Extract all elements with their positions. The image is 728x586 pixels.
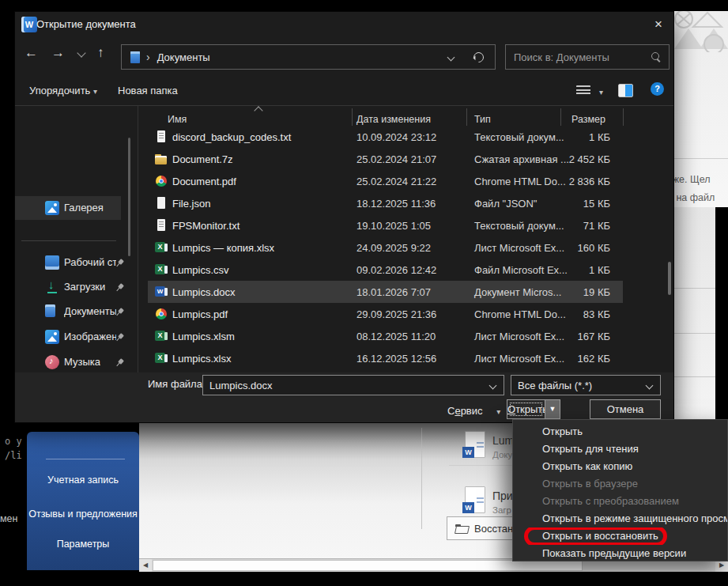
backstage-sidebar: Учетная запись Отзывы и предложения Пара… (27, 432, 139, 570)
forward-icon[interactable]: → (51, 45, 65, 61)
file-row[interactable]: Lumpics.csv 09.02.2026 12:42 Файл Micros… (148, 259, 623, 281)
close-icon[interactable]: × (648, 15, 669, 34)
file-size: 167 КБ (547, 331, 610, 342)
column-header-type[interactable]: Тип (474, 114, 491, 125)
backstage-text-fragment: зже. Щел (673, 174, 711, 185)
recent-doc-title[interactable]: Lum (492, 434, 514, 447)
filetype-select[interactable]: Все файлы (*.*) (511, 375, 661, 395)
open-button[interactable]: Открыть (507, 400, 545, 418)
column-header-size[interactable]: Размер (571, 114, 605, 125)
list-scrollbar-thumb[interactable] (668, 262, 671, 295)
file-row[interactable]: Lumpics.pdf 29.09.2025 21:36 Chrome HTML… (148, 303, 623, 325)
column-header-name[interactable]: Имя (168, 114, 187, 125)
file-row[interactable]: FPSMonitor.txt 19.10.2025 1:05 Текстовый… (148, 214, 623, 236)
menu-item[interactable]: Открыть в браузере (513, 475, 727, 493)
open-dropdown-button[interactable]: ▼ (545, 400, 560, 418)
sidebar-item-label: Музыка (64, 356, 100, 368)
history-chevron-icon[interactable] (77, 48, 85, 57)
word-document-icon: W (462, 486, 486, 515)
file-type-icon (155, 219, 168, 232)
file-size: 1 КБ (547, 131, 610, 143)
file-type: Файл "JSON" (474, 198, 537, 210)
backstage-text-fragment: и на файл (673, 192, 715, 203)
backstage-right-panel-bottom (673, 207, 715, 422)
file-name: Lumpics.xlsm (172, 331, 235, 342)
sidebar-item[interactable]: Музыка (15, 351, 134, 372)
file-type-icon (155, 352, 168, 365)
file-row[interactable]: Document.7z 25.02.2024 21:07 Сжатая архи… (148, 148, 623, 170)
search-input[interactable]: Поиск в: Документы (505, 44, 670, 70)
pin-icon (114, 357, 126, 369)
view-caret-icon[interactable]: ▾ (599, 88, 603, 96)
sidebar-item-label: Рабочий сто (64, 256, 116, 268)
menu-item[interactable]: Открыть для чтения (513, 440, 727, 458)
file-row[interactable]: Lumpics.docx 18.01.2026 7:07 Документ Mi… (148, 281, 623, 303)
search-icon[interactable] (651, 52, 659, 60)
sidebar-scrollbar[interactable] (128, 138, 130, 256)
filename-input[interactable]: Lumpics.docx (202, 375, 504, 395)
file-name: Document.pdf (172, 176, 236, 187)
refresh-icon[interactable] (471, 50, 485, 64)
new-folder-button[interactable]: Новая папка (118, 85, 178, 96)
dialog-title: Открытие документа (36, 18, 136, 30)
file-row[interactable]: Document.pdf 25.02.2024 21:22 Chrome HTM… (148, 170, 623, 192)
tools-menu-button[interactable]: Сервис ▾ (447, 405, 500, 417)
preview-pane-icon[interactable] (618, 84, 633, 97)
menu-item[interactable]: Открыть как копию (513, 458, 727, 475)
sort-ascending-icon[interactable] (254, 106, 262, 115)
pin-icon (114, 282, 126, 293)
column-header-date[interactable]: Дата изменения (356, 114, 431, 125)
file-row[interactable]: Lumpics.xlsx 16.12.2025 12:56 Лист Micro… (148, 347, 623, 369)
background-text-fragment: /li (5, 450, 22, 461)
file-type-icon (155, 308, 168, 320)
menu-item-label: Открыть как копию (542, 460, 632, 472)
sidebar-item[interactable]: Изображени (15, 326, 134, 348)
chevron-down-icon[interactable] (646, 382, 654, 390)
up-icon[interactable]: ↑ (97, 45, 104, 61)
caret-down-icon: ▾ (496, 407, 500, 416)
sidebar-item-icon (45, 304, 55, 317)
file-date-modified: 16.12.2025 12:56 (356, 353, 436, 365)
menu-item[interactable]: Открыть в режиме защищенного просм (513, 510, 727, 527)
file-name: Lumpics.xlsx (172, 353, 231, 365)
sidebar-item[interactable]: Документы (15, 301, 134, 323)
breadcrumb[interactable]: Документы (157, 51, 210, 63)
recent-doc-title[interactable]: При (492, 490, 513, 502)
file-name: File.json (172, 198, 210, 210)
menu-item-label: Открыть в браузере (542, 478, 638, 490)
backstage-nav-feedback[interactable]: Отзывы и предложения (27, 508, 139, 520)
file-row[interactable]: File.json 18.12.2025 11:36 Файл "JSON" 1… (148, 192, 623, 214)
chevron-down-icon[interactable] (489, 382, 497, 390)
help-icon[interactable]: ? (651, 82, 664, 96)
file-name: FPSMonitor.txt (172, 220, 240, 232)
menu-item[interactable]: Открыть и восстановить (513, 527, 727, 545)
file-type-icon (155, 330, 168, 342)
cancel-button[interactable]: Отмена (590, 399, 661, 419)
file-date-modified: 29.09.2025 21:36 (356, 308, 436, 320)
dialog-footer: Имя файла: Lumpics.docx Все файлы (*.*) … (15, 372, 673, 422)
organize-button[interactable]: Упорядочить ▾ (29, 85, 97, 96)
address-bar[interactable]: › Документы (121, 44, 496, 70)
address-chevron-icon[interactable] (447, 54, 455, 62)
sidebar-item[interactable]: Загрузки (15, 276, 134, 298)
file-name: Lumpics — копия.xlsx (172, 242, 274, 254)
file-date-modified: 10.09.2024 23:12 (356, 131, 436, 143)
sidebar-item-gallery[interactable]: Галерея (15, 196, 121, 220)
file-row[interactable]: Lumpics — копия.xlsx 24.09.2025 9:22 Лис… (148, 236, 623, 259)
file-row[interactable]: discord_backup_codes.txt 10.09.2024 23:1… (148, 126, 623, 148)
menu-item[interactable]: Открыть (513, 423, 727, 440)
backstage-nav-options[interactable]: Параметры (27, 539, 139, 550)
menu-item-label: Открыть в режиме защищенного просм (542, 512, 727, 524)
back-icon[interactable]: ← (25, 45, 38, 61)
backstage-nav-account[interactable]: Учетная запись (27, 474, 139, 486)
file-date-modified: 24.09.2025 9:22 (356, 242, 431, 254)
scroll-left-arrow[interactable]: ◀ (139, 559, 152, 572)
view-mode-icon[interactable] (576, 85, 590, 96)
menu-item[interactable]: Открыть с преобразованием (513, 493, 727, 510)
dialog-toolbar: Упорядочить ▾ Новая папка ▾ ? (15, 74, 673, 106)
file-size: 71 КБ (547, 220, 610, 232)
sidebar-item[interactable]: Рабочий сто (15, 251, 134, 274)
menu-item[interactable]: Показать предыдущие версии (513, 545, 727, 562)
file-size: 1 КБ (547, 264, 610, 276)
file-row[interactable]: Lumpics.xlsm 08.12.2025 11:20 Лист Micro… (148, 325, 623, 347)
